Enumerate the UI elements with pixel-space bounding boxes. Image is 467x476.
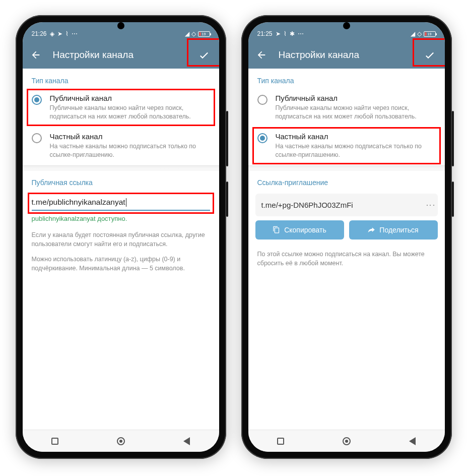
invite-link-text: t.me/+pg-DN6PhJO03ZmFi (261, 201, 353, 209)
help-text: По этой ссылке можно подписаться на кана… (248, 244, 445, 274)
status-time: 21:26 (32, 30, 47, 37)
help-text-2: Можно использовать латиницу (a-z), цифры… (23, 255, 219, 279)
public-desc: Публичные каналы можно найти через поиск… (276, 104, 436, 121)
more-icon: ⋯ (72, 30, 78, 37)
share-button[interactable]: Поделиться (349, 220, 438, 240)
radio-unselected-icon (257, 95, 268, 105)
private-title: Частный канал (276, 132, 436, 141)
availability-text: publichnyikanalzanyat доступно. (23, 213, 219, 224)
public-desc: Публичные каналы можно найти через поиск… (50, 104, 210, 121)
battery-icon: 19 (424, 31, 436, 37)
signal-icon: ◢ (185, 30, 189, 37)
wifi-beam-icon: ⌇ (65, 30, 69, 37)
content-area: Тип канала Публичный канал Публичные кан… (23, 69, 219, 430)
signal-icon: ◢ (411, 30, 415, 37)
send-icon: ➤ (57, 30, 62, 37)
private-title: Частный канал (50, 132, 210, 141)
radio-unselected-icon (32, 133, 42, 143)
back-arrow-icon[interactable] (30, 49, 42, 61)
section-public-link: Публичная ссылка (23, 170, 219, 191)
radio-public-channel[interactable]: Публичный канал Публичные каналы можно н… (23, 89, 219, 127)
wifi-beam-icon: ⌇ (284, 30, 287, 37)
android-nav-bar (23, 430, 219, 452)
content-area: Тип канала Публичный канал Публичные кан… (248, 69, 445, 430)
telegram-icon: ◈ (50, 30, 54, 37)
nav-recent-icon[interactable] (277, 438, 284, 445)
more-vertical-icon[interactable]: ⋮ (430, 201, 432, 209)
radio-selected-icon (32, 95, 42, 105)
screen-left: 21:26 ◈ ➤ ⌇ ⋯ ◢ ◇ 19 Настройки канала (23, 22, 219, 452)
camera-notch (343, 22, 350, 29)
radio-private-channel[interactable]: Частный канал На частные каналы можно по… (23, 127, 219, 165)
camera-notch (117, 22, 124, 29)
private-desc: На частные каналы можно подписаться толь… (276, 142, 436, 159)
wifi-icon: ◇ (191, 30, 196, 37)
android-nav-bar (248, 430, 445, 452)
more-icon: ⋯ (298, 30, 304, 37)
section-invite-link: Ссылка-приглашение (248, 170, 445, 191)
phone-left: 21:26 ◈ ➤ ⌇ ⋯ ◢ ◇ 19 Настройки канала (16, 15, 226, 459)
radio-private-channel[interactable]: Частный канал На частные каналы можно по… (248, 127, 445, 165)
battery-icon: 19 (198, 31, 210, 37)
phone-right: 21:25 ➤ ⌇ ✱ ⋯ ◢ ◇ 19 Настройки канала (241, 15, 452, 459)
send-icon: ➤ (276, 30, 281, 37)
status-time: 21:25 (257, 30, 273, 37)
public-title: Публичный канал (50, 94, 210, 102)
page-title: Настройки канала (279, 49, 359, 61)
nav-back-icon[interactable] (409, 437, 416, 445)
radio-selected-icon (257, 133, 268, 143)
section-channel-type: Тип канала (248, 69, 445, 89)
screen-right: 21:25 ➤ ⌇ ✱ ⋯ ◢ ◇ 19 Настройки канала (248, 22, 445, 452)
page-title: Настройки канала (53, 49, 134, 61)
nav-recent-icon[interactable] (51, 438, 58, 445)
confirm-check-icon[interactable] (424, 49, 436, 61)
nav-home-icon[interactable] (117, 437, 125, 445)
back-arrow-icon[interactable] (255, 49, 268, 61)
nav-home-icon[interactable] (343, 437, 351, 445)
public-title: Публичный канал (276, 94, 436, 102)
section-divider (23, 165, 219, 170)
confirm-check-icon[interactable] (198, 49, 210, 61)
copy-button[interactable]: Скопировать (255, 220, 344, 240)
radio-public-channel[interactable]: Публичный канал Публичные каналы можно н… (248, 89, 445, 127)
help-text-1: Если у канала будет постоянная публичная… (23, 224, 219, 255)
invite-link-box[interactable]: t.me/+pg-DN6PhJO03ZmFi ⋮ (255, 194, 438, 216)
app-bar: Настройки канала (23, 41, 219, 69)
section-channel-type: Тип канала (23, 69, 219, 89)
app-bar: Настройки канала (248, 41, 445, 69)
private-desc: На частные каналы можно подписаться толь… (50, 142, 210, 159)
nav-back-icon[interactable] (183, 437, 190, 445)
section-divider (248, 165, 445, 170)
wifi-icon: ◇ (417, 30, 422, 37)
public-link-input[interactable]: t.me/publichnyikanalzanyat (32, 194, 210, 211)
settings-mini-icon: ✱ (290, 30, 295, 37)
